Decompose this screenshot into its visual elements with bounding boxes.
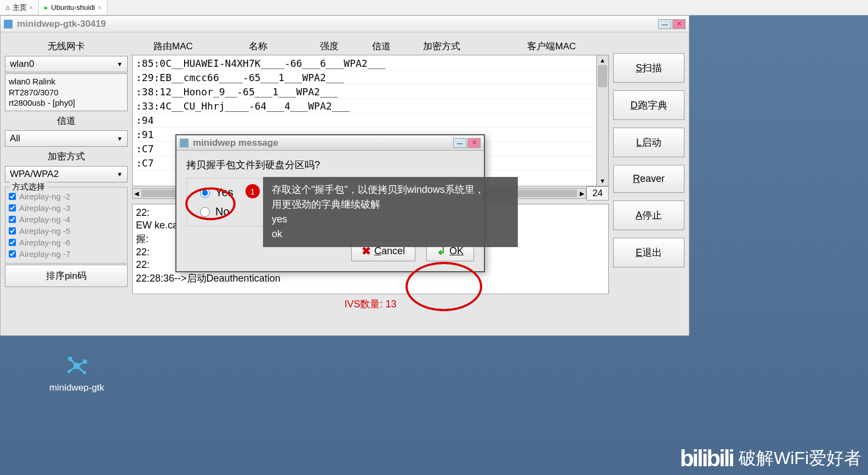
- window-controls: — ✕: [658, 19, 686, 29]
- dialog-close[interactable]: ✕: [467, 138, 481, 148]
- checkbox[interactable]: [9, 227, 16, 234]
- mode-label: 方式选择: [10, 182, 47, 192]
- check-row[interactable]: Aireplay-ng -5: [9, 225, 124, 237]
- annotation-tooltip: 存取这个"握手包"，以便拷贝到windows系统里， 用更强劲的字典继续破解 y…: [263, 177, 518, 247]
- dict-button[interactable]: D跑字典: [613, 90, 684, 120]
- scroll-thumb[interactable]: [598, 65, 607, 87]
- check-label: Aireplay-ng -7: [19, 249, 70, 259]
- watermark-text: 破解WiFi爱好者: [739, 447, 861, 471]
- vertical-scrollbar[interactable]: ▲ ▼: [597, 55, 609, 186]
- scan-button[interactable]: S扫描: [613, 53, 684, 83]
- checkbox[interactable]: [9, 193, 16, 200]
- stop-button[interactable]: A停止: [613, 201, 684, 230]
- close-button[interactable]: ✕: [672, 19, 686, 29]
- checkbox[interactable]: [9, 216, 16, 223]
- tab-home[interactable]: ⌂ 主页 ×: [0, 0, 39, 15]
- header-signal: 强度: [302, 40, 357, 53]
- scroll-down-icon[interactable]: ▼: [598, 176, 607, 186]
- dialog-icon: [180, 139, 189, 147]
- network-row[interactable]: :85:0C__HUAWEI-N4XH7K____-66___6___WPA2_…: [134, 56, 595, 71]
- wlan-select[interactable]: wlan0 ▼: [5, 56, 128, 72]
- chevron-down-icon: ▼: [117, 61, 123, 67]
- network-row[interactable]: :33:4C__CU_Hhrj____-64___4___WPA2___: [134, 99, 595, 113]
- radio-no-label: No: [215, 205, 230, 218]
- channel-select[interactable]: All ▼: [5, 130, 128, 147]
- app-icon: [4, 20, 13, 28]
- radio-no[interactable]: [200, 207, 210, 217]
- header-encryption: 加密方式: [406, 40, 477, 53]
- encryption-label: 加密方式: [5, 148, 128, 165]
- chevron-down-icon: ▼: [117, 135, 123, 142]
- log-line: 22:28:36-->启动Deauthentication: [135, 271, 606, 285]
- dialog-title: minidwep message: [193, 138, 453, 148]
- check-label: Aireplay-ng -2: [19, 192, 70, 201]
- dialog-titlebar: minidwep message — ✕: [176, 135, 484, 151]
- minimize-button[interactable]: —: [658, 19, 671, 29]
- sort-pin-button[interactable]: 排序pin码: [5, 265, 128, 287]
- check-label: Aireplay-ng -3: [19, 203, 70, 213]
- svg-line-8: [77, 366, 84, 373]
- header-client: 客户端MAC: [477, 40, 609, 53]
- header-mac: 路由MAC: [132, 40, 214, 53]
- ivs-count: IVS数量: 13: [132, 294, 609, 314]
- checkbox[interactable]: [9, 204, 16, 211]
- network-row[interactable]: :38:12__Honor_9__-65___1___WPA2___: [134, 85, 595, 99]
- home-icon: ⌂: [5, 3, 10, 12]
- radio-yes[interactable]: [200, 188, 210, 198]
- left-panel: 无线网卡 wlan0 ▼ wlan0 Ralink RT2870/3070 rt…: [5, 38, 128, 330]
- bilibili-logo: bilibili: [680, 445, 733, 472]
- wlan-value: wlan0: [10, 59, 117, 70]
- exit-button[interactable]: E退出: [613, 238, 684, 267]
- check-row[interactable]: Aireplay-ng -4: [9, 214, 124, 225]
- tab-label: Ubuntu-shuidi: [51, 3, 95, 12]
- network-row[interactable]: :29:EB__cmcc66____-65___1___WPA2___: [134, 71, 595, 85]
- dialog-minimize[interactable]: —: [453, 138, 466, 148]
- watermark: bilibili 破解WiFi爱好者: [680, 445, 861, 472]
- chevron-down-icon: ▼: [117, 171, 123, 178]
- scroll-right-icon[interactable]: ▶: [578, 190, 586, 197]
- right-panel: S扫描 D跑字典 L启动 Reaver A停止 E退出: [613, 38, 684, 330]
- wlan-info: wlan0 Ralink RT2870/3070 rt2800usb - [ph…: [5, 73, 128, 111]
- scroll-up-icon[interactable]: ▲: [598, 55, 607, 65]
- radio-yes-label: Yes: [215, 186, 233, 199]
- browser-tab-bar: ⌂ 主页 × ▸ Ubuntu-shuidi ×: [0, 0, 868, 15]
- window-title: minidwep-gtk-30419: [17, 19, 658, 30]
- column-headers: 路由MAC 名称 强度 信道 加密方式 客户端MAC: [132, 38, 609, 55]
- titlebar: minidwep-gtk-30419 — ✕: [1, 16, 689, 32]
- checkbox[interactable]: [9, 239, 16, 246]
- close-icon[interactable]: ×: [98, 4, 101, 11]
- check-label: Aireplay-ng -5: [19, 226, 70, 236]
- tab-label: 主页: [13, 3, 27, 13]
- channel-value: All: [10, 133, 117, 144]
- dialog-prompt: 拷贝握手包文件到硬盘分区吗?: [186, 158, 474, 171]
- encryption-value: WPA/WPA2: [10, 169, 117, 180]
- header-channel: 信道: [357, 40, 406, 53]
- check-row[interactable]: Aireplay-ng -6: [9, 237, 124, 248]
- encryption-select[interactable]: WPA/WPA2 ▼: [5, 166, 128, 182]
- check-row[interactable]: Aireplay-ng -2: [9, 191, 124, 202]
- scroll-left-icon[interactable]: ◀: [133, 190, 140, 197]
- channel-label: 信道: [5, 112, 128, 129]
- launch-button[interactable]: L启动: [613, 128, 684, 157]
- header-name: 名称: [214, 40, 302, 53]
- reaver-button[interactable]: Reaver: [613, 165, 684, 193]
- check-label: Aireplay-ng -4: [19, 215, 70, 224]
- desktop-label: minidwep-gtk: [38, 382, 115, 393]
- close-icon[interactable]: ×: [30, 4, 33, 11]
- checkbox[interactable]: [9, 250, 16, 257]
- check-label: Aireplay-ng -6: [19, 238, 70, 247]
- wlan-label: 无线网卡: [5, 38, 128, 55]
- network-row[interactable]: :94: [134, 113, 595, 128]
- check-row[interactable]: Aireplay-ng -3: [9, 202, 124, 214]
- check-row[interactable]: Aireplay-ng -7: [9, 248, 124, 260]
- vm-icon: ▸: [44, 3, 48, 12]
- desktop-icon[interactable]: minidwep-gtk: [38, 351, 115, 393]
- annotation-number: 1: [245, 184, 260, 198]
- tab-ubuntu[interactable]: ▸ Ubuntu-shuidi ×: [39, 0, 107, 15]
- svg-line-5: [70, 359, 77, 366]
- splash-icon: [60, 351, 93, 378]
- network-count: 24: [586, 186, 609, 201]
